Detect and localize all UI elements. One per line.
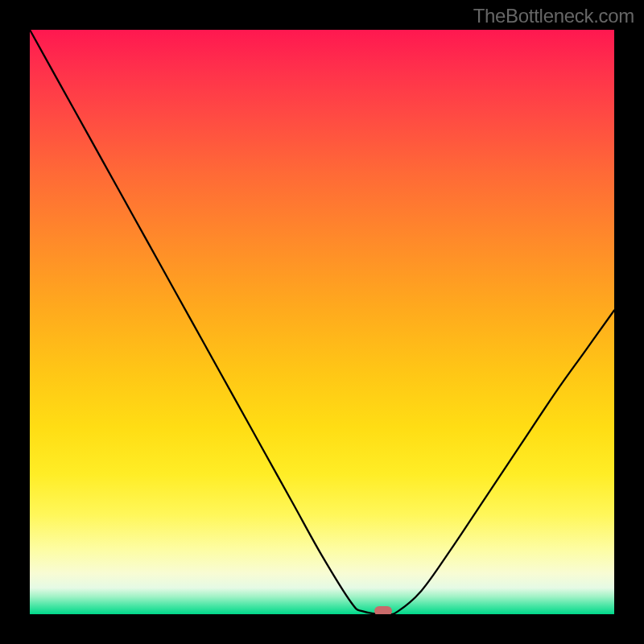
- chart-container: TheBottleneck.com: [0, 0, 644, 644]
- bottleneck-curve: [30, 30, 614, 614]
- watermark-text: TheBottleneck.com: [473, 5, 634, 27]
- optimal-point-marker: [374, 606, 392, 614]
- plot-area: [30, 30, 614, 614]
